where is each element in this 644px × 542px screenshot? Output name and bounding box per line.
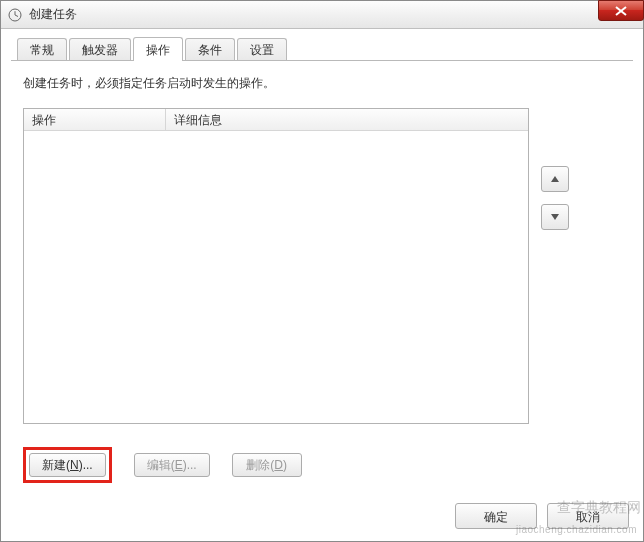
delete-button[interactable]: 删除(D) <box>232 453 302 477</box>
dialog-window: 创建任务 常规 触发器 操作 条件 设置 创建任务时，必须指定任务启动时发生的操… <box>0 0 644 542</box>
ok-button[interactable]: 确定 <box>455 503 537 529</box>
client-area: 常规 触发器 操作 条件 设置 创建任务时，必须指定任务启动时发生的操作。 操作… <box>1 29 643 541</box>
edit-button[interactable]: 编辑(E)... <box>134 453 210 477</box>
tab-actions[interactable]: 操作 <box>133 37 183 61</box>
list-header: 操作 详细信息 <box>24 109 528 131</box>
tab-general[interactable]: 常规 <box>17 38 67 60</box>
triangle-up-icon <box>550 175 560 183</box>
new-button[interactable]: 新建(N)... <box>29 453 106 477</box>
panel-action-buttons: 新建(N)... 编辑(E)... 删除(D) <box>23 447 302 483</box>
new-prefix: 新建( <box>42 458 70 472</box>
tab-settings[interactable]: 设置 <box>237 38 287 60</box>
svg-marker-5 <box>551 176 559 182</box>
delete-hotkey: D <box>274 458 283 472</box>
dialog-buttons: 确定 取消 <box>455 503 629 529</box>
list-body[interactable] <box>24 131 528 423</box>
svg-marker-6 <box>551 214 559 220</box>
triangle-down-icon <box>550 213 560 221</box>
reorder-buttons <box>541 166 569 230</box>
titlebar: 创建任务 <box>1 1 643 29</box>
column-action[interactable]: 操作 <box>24 109 166 131</box>
delete-suffix: ) <box>283 458 287 472</box>
actions-listview[interactable]: 操作 详细信息 <box>23 108 529 424</box>
tab-triggers[interactable]: 触发器 <box>69 38 131 60</box>
close-icon <box>615 6 627 16</box>
tab-conditions[interactable]: 条件 <box>185 38 235 60</box>
tabstrip: 常规 触发器 操作 条件 设置 <box>11 37 633 61</box>
tab-panel-actions: 创建任务时，必须指定任务启动时发生的操作。 操作 详细信息 <box>11 61 633 491</box>
move-up-button[interactable] <box>541 166 569 192</box>
svg-line-2 <box>15 15 18 17</box>
cancel-button[interactable]: 取消 <box>547 503 629 529</box>
panel-description: 创建任务时，必须指定任务启动时发生的操作。 <box>23 75 621 92</box>
close-button[interactable] <box>598 0 644 21</box>
move-down-button[interactable] <box>541 204 569 230</box>
new-suffix: )... <box>79 458 93 472</box>
edit-hotkey: E <box>175 458 183 472</box>
edit-suffix: )... <box>183 458 197 472</box>
highlight-frame: 新建(N)... <box>23 447 112 483</box>
clock-icon <box>7 7 23 23</box>
window-title: 创建任务 <box>29 6 77 23</box>
delete-prefix: 删除( <box>246 458 274 472</box>
edit-prefix: 编辑( <box>147 458 175 472</box>
list-wrapper: 操作 详细信息 <box>23 108 621 424</box>
new-hotkey: N <box>70 458 79 472</box>
column-details[interactable]: 详细信息 <box>166 109 528 131</box>
